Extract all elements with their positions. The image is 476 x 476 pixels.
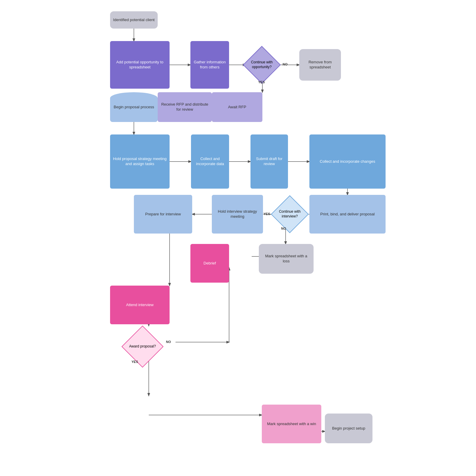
collect-data-node: Collect and incorporate data xyxy=(191,134,229,189)
gather-info-node: Gather information from others xyxy=(190,41,229,89)
receive-rfp-node: Receive RFP and distribute for review xyxy=(158,92,212,122)
no-label-award: NO xyxy=(166,340,171,344)
award-proposal-diamond: Award proposal? xyxy=(120,324,165,369)
print-deliver-node: Print, bind, and deliver proposal xyxy=(309,195,386,234)
collect-changes-node: Collect and incorporate changes xyxy=(309,134,386,189)
prepare-interview-node: Prepare for interview xyxy=(134,195,192,234)
yes-label-opp: YES xyxy=(258,80,265,84)
begin-project-node: Begin project setup xyxy=(325,414,372,443)
hold-proposal-node: Hold proposal strategy meeting and assig… xyxy=(110,134,170,189)
yes-label-interview: YES- xyxy=(264,212,271,216)
add-opportunity-node: Add potential opportunity to spreadsheet xyxy=(110,41,170,89)
debrief-node: Debrief xyxy=(190,244,229,283)
begin-proposal-node: Begin proposal process xyxy=(110,92,158,122)
attend-interview-node: Attend interview xyxy=(110,286,170,324)
yes-label-award: YES xyxy=(131,360,138,364)
continue-opp-diamond: Continue with opportunity? xyxy=(242,45,281,85)
continue-interview-diamond: Continue with interview? xyxy=(269,196,311,232)
no-label-opp: NO xyxy=(283,62,288,66)
submit-draft-node: Submit draft for review xyxy=(250,134,288,189)
mark-loss-node: Mark spreadsheet with a loss xyxy=(259,244,314,274)
hold-interview-node: Hold interview strategy meeting xyxy=(212,195,263,234)
remove-spreadsheet-node: Remove from spreadsheet xyxy=(299,49,341,81)
await-rfp-node: Await RFP xyxy=(212,92,262,122)
no-label-interview: NO xyxy=(281,227,286,230)
identified-client-node: Identified potential client xyxy=(110,11,158,29)
mark-win-node: Mark spreadsheet with a win xyxy=(262,405,321,443)
